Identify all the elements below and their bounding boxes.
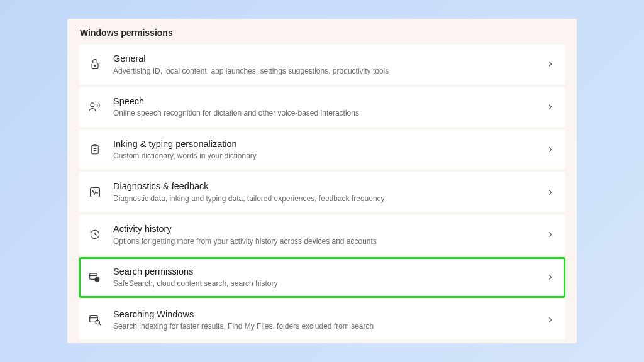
row-inking-typing[interactable]: Inking & typing personalization Custom d… <box>79 129 565 170</box>
chevron-right-icon <box>546 188 555 197</box>
row-desc: Search indexing for faster results, Find… <box>113 321 535 331</box>
settings-list: General Advertising ID, local content, a… <box>79 44 565 340</box>
search-windows-icon <box>88 313 102 327</box>
row-text: Activity history Options for getting mor… <box>113 223 535 246</box>
row-text: Search permissions SafeSearch, cloud con… <box>113 266 535 289</box>
row-speech[interactable]: Speech Online speech recognition for dic… <box>79 87 565 128</box>
clipboard-icon <box>88 143 102 156</box>
row-searching-windows[interactable]: Searching Windows Search indexing for fa… <box>79 300 565 341</box>
row-search-permissions[interactable]: Search permissions SafeSearch, cloud con… <box>79 257 565 298</box>
row-title: Activity history <box>113 223 535 236</box>
diagnostics-icon <box>88 185 102 199</box>
row-diagnostics-feedback[interactable]: Diagnostics & feedback Diagnostic data, … <box>79 172 565 212</box>
row-title: Searching Windows <box>113 309 535 321</box>
svg-rect-10 <box>90 315 98 322</box>
row-desc: Online speech recognition for dictation … <box>113 108 535 118</box>
row-desc: SafeSearch, cloud content search, search… <box>113 278 535 288</box>
row-activity-history[interactable]: Activity history Options for getting mor… <box>79 214 565 255</box>
speech-icon <box>88 100 102 114</box>
row-title: General <box>113 53 535 65</box>
search-shield-icon <box>88 270 102 284</box>
row-desc: Diagnostic data, inking and typing data,… <box>113 194 535 204</box>
row-desc: Options for getting more from your activ… <box>113 236 535 246</box>
row-title: Speech <box>113 96 535 108</box>
svg-line-13 <box>99 324 101 326</box>
section-title: Windows permissions <box>79 28 565 38</box>
row-text: Inking & typing personalization Custom d… <box>113 138 535 162</box>
svg-point-2 <box>91 103 94 107</box>
row-text: Speech Online speech recognition for dic… <box>113 96 535 119</box>
windows-permissions-panel: Windows permissions General Advertising … <box>67 19 577 343</box>
chevron-right-icon <box>546 102 555 111</box>
row-text: Searching Windows Search indexing for fa… <box>113 309 535 332</box>
history-icon <box>88 228 102 241</box>
chevron-right-icon <box>546 230 555 239</box>
row-desc: Advertising ID, local content, app launc… <box>113 66 535 76</box>
row-title: Search permissions <box>113 266 535 278</box>
row-desc: Custom dictionary, words in your diction… <box>113 151 535 161</box>
chevron-right-icon <box>546 273 555 282</box>
svg-point-1 <box>94 65 96 67</box>
lock-icon <box>88 57 102 71</box>
chevron-right-icon <box>546 315 555 324</box>
row-text: Diagnostics & feedback Diagnostic data, … <box>113 180 535 204</box>
row-title: Inking & typing personalization <box>113 138 535 151</box>
row-title: Diagnostics & feedback <box>113 180 535 193</box>
row-text: General Advertising ID, local content, a… <box>113 53 535 76</box>
chevron-right-icon <box>546 145 555 154</box>
row-general[interactable]: General Advertising ID, local content, a… <box>79 44 565 85</box>
chevron-right-icon <box>546 60 555 69</box>
